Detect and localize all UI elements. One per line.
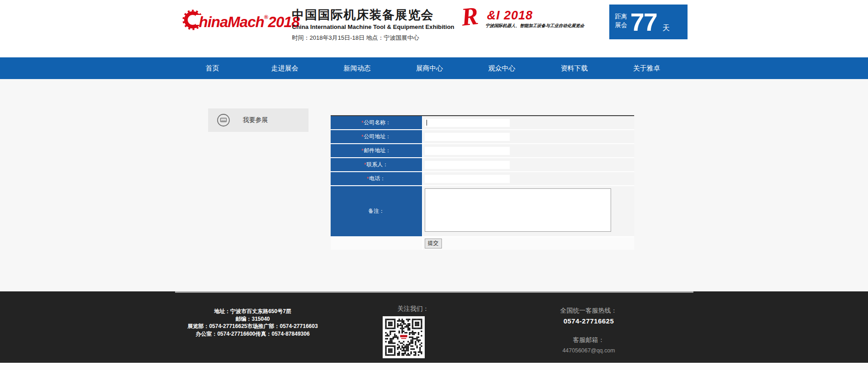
form-row-company-name: *公司名称： — [331, 116, 634, 129]
nav-item-about-us[interactable]: 关于雅卓 — [611, 57, 683, 79]
company-address-input[interactable] — [425, 133, 510, 141]
registered-mark-icon: ® — [264, 14, 268, 20]
nav-item-exhibitor-center[interactable]: 展商中心 — [394, 57, 466, 79]
countdown-box: 距离 展会 77 天 — [609, 5, 688, 39]
nav-item-news[interactable]: 新闻动态 — [321, 57, 394, 79]
header: hinaMach®2018 中国国际机床装备展览会 China Internat… — [0, 0, 868, 57]
phone-label: *电话： — [331, 172, 422, 185]
footer: 地址：宁波市百丈东路650号7层 邮编：315040 展览部：0574-2771… — [0, 291, 868, 363]
remarks-label: 备注： — [331, 186, 422, 236]
text-cursor — [427, 120, 427, 126]
form-row-contact: *联系人： — [331, 158, 634, 171]
form-row-phone: *电话： — [331, 172, 634, 185]
form-row-company-address: *公司地址： — [331, 130, 634, 143]
contact-person-input[interactable] — [425, 161, 510, 169]
qr-code — [382, 316, 425, 358]
footer-dept-phones: 展览部：0574-27716625市场推广部：0574-27716603 — [180, 323, 326, 330]
company-address-label: *公司地址： — [331, 130, 422, 143]
countdown-unit: 天 — [663, 23, 670, 39]
countdown-days: 77 — [631, 5, 657, 39]
hotline-label: 全国统一客服热线： — [512, 307, 666, 315]
footer-service-block: 全国统一客服热线： 0574-27716625 客服邮箱： 447056067@… — [512, 307, 666, 354]
logo-text: hinaMach®2018 — [199, 14, 299, 31]
main-content: 我要参展 *公司名称： *公司地址： *邮件地址： *联系人： *电话： — [0, 79, 868, 291]
ri-logo-tagline: 宁波国际机器人、智能加工设备与工业自动化展览会 — [485, 23, 593, 29]
footer-contact-block: 地址：宁波市百丈东路650号7层 邮编：315040 展览部：0574-2771… — [180, 308, 326, 337]
nav-item-downloads[interactable]: 资料下载 — [538, 57, 611, 79]
footer-office-fax: 办公室：0574-27716600传真：0574-87849306 — [180, 330, 326, 338]
company-name-input[interactable] — [425, 119, 510, 127]
ri-logo-year: &I 2018 — [487, 9, 593, 23]
sidebar-item-exhibit[interactable]: 我要参展 — [208, 108, 308, 132]
ri-logo-letter: R — [460, 5, 479, 28]
service-email: 447056067@qq.com — [512, 347, 666, 354]
exhibit-application-form: *公司名称： *公司地址： *邮件地址： *联系人： *电话： 备注： — [331, 115, 634, 250]
nav-item-about-expo[interactable]: 走进展会 — [249, 57, 321, 79]
company-name-label: *公司名称： — [331, 116, 422, 129]
submit-button[interactable]: 提交 — [425, 239, 442, 248]
ri-logo: R &I 2018 宁波国际机器人、智能加工设备与工业自动化展览会 — [461, 5, 593, 29]
main-nav: 首页 走进展会 新闻动态 展商中心 观众中心 资料下载 关于雅卓 — [0, 57, 868, 79]
chinamach-logo: hinaMach®2018 — [181, 6, 299, 34]
form-row-email: *邮件地址： — [331, 144, 634, 157]
countdown-prefix: 距离 展会 — [615, 12, 627, 39]
form-row-remarks: 备注： — [331, 186, 634, 236]
page-title: 中国国际机床装备展览会 — [292, 7, 455, 23]
hotline-number: 0574-27716625 — [512, 317, 666, 325]
follow-us-label: 关注我们： — [398, 305, 429, 313]
form-row-submit: 提交 — [331, 237, 634, 250]
exhibition-title-block: 中国国际机床装备展览会 China International Machine … — [292, 7, 455, 42]
bottom-bar — [0, 363, 868, 370]
nav-item-visitor-center[interactable]: 观众中心 — [466, 57, 538, 79]
remarks-textarea[interactable] — [425, 188, 611, 232]
exhibition-schedule: 时间：2018年3月15日-18日 地点：宁波国展中心 — [292, 34, 455, 42]
nav-item-home[interactable]: 首页 — [176, 57, 249, 79]
sidebar-item-label: 我要参展 — [243, 116, 268, 124]
service-email-label: 客服邮箱： — [512, 336, 666, 344]
email-input[interactable] — [425, 147, 510, 155]
page-subtitle: China International Machine Tool & Equip… — [292, 23, 455, 30]
exhibit-icon — [217, 113, 230, 127]
footer-follow-block: 关注我们： — [382, 305, 429, 358]
phone-input[interactable] — [425, 175, 510, 183]
footer-zipcode: 邮编：315040 — [180, 315, 326, 323]
footer-address: 地址：宁波市百丈东路650号7层 — [180, 308, 326, 315]
contact-person-label: *联系人： — [331, 158, 422, 171]
email-label: *邮件地址： — [331, 144, 422, 157]
